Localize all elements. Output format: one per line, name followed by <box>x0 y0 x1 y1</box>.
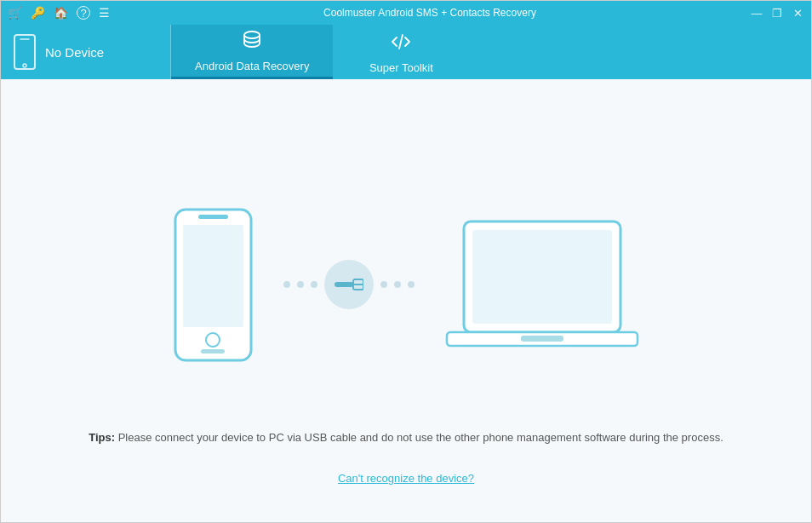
dot-5 <box>394 281 401 288</box>
minimize-button[interactable]: — <box>750 7 763 20</box>
tab-android-data-recovery-label: Android Data Recovery <box>195 60 309 72</box>
dot-3 <box>311 281 317 288</box>
dot-6 <box>408 281 415 288</box>
svg-point-2 <box>23 64 26 67</box>
svg-rect-7 <box>198 215 228 219</box>
tab-super-toolkit[interactable]: Super Toolkit <box>333 25 469 79</box>
help-icon[interactable]: ? <box>77 6 90 20</box>
svg-rect-16 <box>521 336 563 342</box>
toolkit-icon <box>390 31 412 58</box>
title-bar-icons: 🛒 🔑 🏠 ? ☰ <box>8 6 110 20</box>
svg-point-3 <box>244 32 260 38</box>
window-controls: — ❐ ✕ <box>750 7 804 20</box>
no-device-section: No Device <box>1 25 171 79</box>
main-content: Tips: Please connect your device to PC v… <box>1 79 811 523</box>
maximize-button[interactable]: ❐ <box>770 7 784 20</box>
laptop-illustration <box>440 206 644 364</box>
tips-text: Tips: Please connect your device to PC v… <box>52 429 760 447</box>
phone-icon-small <box>13 34 37 70</box>
tips-content: Please connect your device to PC via USB… <box>115 431 723 444</box>
connector-area <box>283 260 415 309</box>
app-title: Coolmuster Android SMS + Contacts Recove… <box>110 7 750 19</box>
recognize-device-link[interactable]: Can't recognize the device? <box>338 472 474 485</box>
tab-super-toolkit-label: Super Toolkit <box>369 61 433 74</box>
recognize-link-section: Can't recognize the device? <box>1 470 811 486</box>
svg-rect-9 <box>201 349 225 353</box>
usb-circle <box>324 260 374 309</box>
tab-android-data-recovery[interactable]: Android Data Recovery <box>171 25 333 79</box>
tips-section: Tips: Please connect your device to PC v… <box>1 429 811 447</box>
tips-label: Tips: <box>89 431 115 444</box>
header: No Device Android Data Recovery Super <box>1 25 811 79</box>
svg-line-4 <box>399 35 403 49</box>
dot-1 <box>283 281 290 288</box>
phone-illustration <box>169 206 258 364</box>
cart-icon[interactable]: 🛒 <box>8 6 22 20</box>
no-device-label: No Device <box>45 45 104 60</box>
svg-rect-10 <box>335 282 353 287</box>
database-icon <box>241 29 263 56</box>
svg-rect-6 <box>183 225 243 327</box>
close-button[interactable]: ✕ <box>791 7 804 20</box>
dot-4 <box>380 281 387 288</box>
tabs: Android Data Recovery Super Toolkit <box>171 25 469 79</box>
menu-icon[interactable]: ☰ <box>99 6 110 20</box>
key-icon[interactable]: 🔑 <box>31 6 45 20</box>
home-icon[interactable]: 🏠 <box>54 6 68 20</box>
svg-rect-14 <box>472 230 612 324</box>
title-bar: 🛒 🔑 🏠 ? ☰ Coolmuster Android SMS + Conta… <box>1 1 811 25</box>
connection-illustration <box>169 206 644 364</box>
dot-2 <box>297 281 304 288</box>
